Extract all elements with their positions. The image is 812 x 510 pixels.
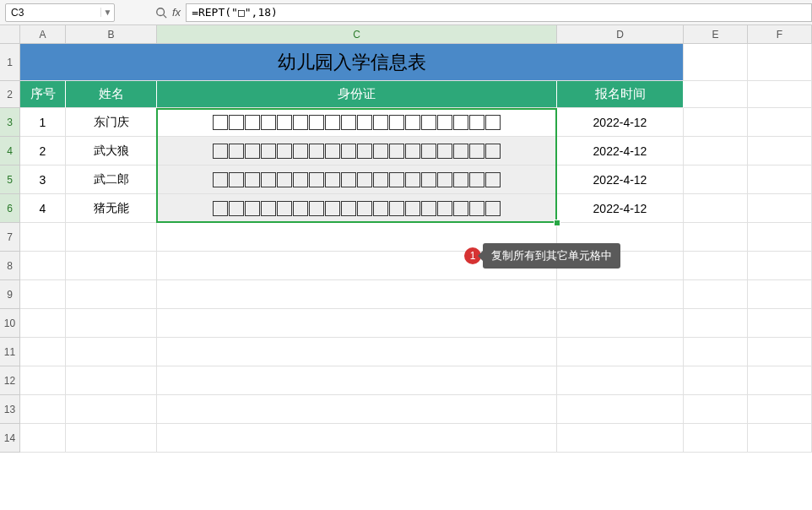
cell[interactable] [748, 81, 812, 108]
cell[interactable] [66, 338, 157, 366]
dropdown-arrow-icon[interactable]: ▼ [100, 8, 114, 17]
cell[interactable] [748, 338, 812, 366]
cell[interactable] [66, 366, 157, 395]
cell[interactable] [557, 424, 684, 453]
col-header-e[interactable]: E [684, 25, 748, 44]
cell[interactable] [66, 280, 157, 309]
cell[interactable] [20, 366, 66, 395]
cell[interactable] [157, 280, 557, 309]
cell[interactable] [157, 424, 557, 453]
cell[interactable] [20, 395, 66, 424]
cell[interactable] [20, 338, 66, 366]
cell-seq[interactable]: 2 [20, 137, 66, 165]
col-header-f[interactable]: F [748, 25, 812, 44]
cell[interactable] [748, 165, 812, 194]
cell-name[interactable]: 武二郎 [66, 165, 157, 194]
cell[interactable] [684, 366, 748, 395]
cell-name[interactable]: 东门庆 [66, 108, 157, 137]
cell[interactable] [684, 338, 748, 366]
col-header-b[interactable]: B [66, 25, 157, 44]
cell-seq[interactable]: 1 [20, 108, 66, 137]
cell[interactable] [748, 252, 812, 280]
cell[interactable] [748, 194, 812, 223]
cell[interactable] [684, 424, 748, 453]
cell[interactable] [20, 223, 66, 252]
cell[interactable] [66, 252, 157, 280]
col-header-c[interactable]: C [157, 25, 557, 44]
cell[interactable] [20, 252, 66, 280]
row-header[interactable]: 11 [0, 338, 20, 366]
cell[interactable] [66, 309, 157, 338]
cell-seq[interactable]: 3 [20, 165, 66, 194]
row-header[interactable]: 4 [0, 137, 20, 165]
row-header[interactable]: 9 [0, 280, 20, 309]
cell-name[interactable]: 武大狼 [66, 137, 157, 165]
cell[interactable] [157, 395, 557, 424]
cell[interactable] [20, 280, 66, 309]
cell[interactable] [684, 223, 748, 252]
cell[interactable] [66, 223, 157, 252]
row-header[interactable]: 1 [0, 44, 20, 81]
cell[interactable] [748, 309, 812, 338]
cell[interactable] [748, 366, 812, 395]
cell-id[interactable] [157, 194, 557, 223]
cell[interactable] [66, 424, 157, 453]
cell[interactable] [557, 395, 684, 424]
fill-handle[interactable] [554, 220, 560, 226]
select-all-corner[interactable] [0, 25, 20, 44]
cell[interactable] [157, 338, 557, 366]
cell[interactable] [684, 137, 748, 165]
cell-id[interactable] [157, 108, 557, 137]
search-icon[interactable] [154, 5, 169, 20]
cell[interactable] [684, 165, 748, 194]
row-header[interactable]: 10 [0, 309, 20, 338]
cell[interactable] [748, 44, 812, 81]
cell-date[interactable]: 2022-4-12 [557, 194, 684, 223]
cell[interactable] [684, 81, 748, 108]
cell-name[interactable]: 猪无能 [66, 194, 157, 223]
row-header[interactable]: 8 [0, 252, 20, 280]
fx-icon[interactable]: fx [172, 6, 181, 19]
cell[interactable] [157, 309, 557, 338]
cell[interactable] [748, 395, 812, 424]
header-name[interactable]: 姓名 [66, 81, 157, 108]
cell[interactable] [684, 108, 748, 137]
col-header-a[interactable]: A [20, 25, 66, 44]
cell[interactable] [684, 194, 748, 223]
row-header[interactable]: 14 [0, 424, 20, 453]
cell[interactable] [557, 280, 684, 309]
row-header[interactable]: 7 [0, 223, 20, 252]
cell-date[interactable]: 2022-4-12 [557, 165, 684, 194]
cell[interactable] [748, 280, 812, 309]
cell[interactable] [748, 108, 812, 137]
col-header-d[interactable]: D [557, 25, 684, 44]
cell[interactable] [684, 309, 748, 338]
header-id[interactable]: 身份证 [157, 81, 557, 108]
cell-seq[interactable]: 4 [20, 194, 66, 223]
cell[interactable] [157, 366, 557, 395]
row-header[interactable]: 6 [0, 194, 20, 223]
cell[interactable] [748, 424, 812, 453]
name-box[interactable]: C3 ▼ [5, 3, 115, 22]
cell[interactable] [684, 252, 748, 280]
cell[interactable] [557, 309, 684, 338]
cell[interactable] [66, 395, 157, 424]
cell[interactable] [748, 137, 812, 165]
cell[interactable] [684, 395, 748, 424]
cell-date[interactable]: 2022-4-12 [557, 108, 684, 137]
cell[interactable] [557, 338, 684, 366]
cell[interactable] [557, 366, 684, 395]
cell-id[interactable] [157, 165, 557, 194]
title-cell[interactable]: 幼儿园入学信息表 [20, 44, 684, 81]
row-header[interactable]: 12 [0, 366, 20, 395]
row-header[interactable]: 5 [0, 165, 20, 194]
cell[interactable] [684, 280, 748, 309]
cell[interactable] [748, 223, 812, 252]
row-header[interactable]: 13 [0, 395, 20, 424]
formula-input[interactable]: =REPT("□",18) [186, 3, 812, 22]
row-header[interactable]: 3 [0, 108, 20, 137]
row-header[interactable]: 2 [0, 81, 20, 108]
header-seq[interactable]: 序号 [20, 81, 66, 108]
cell-date[interactable]: 2022-4-12 [557, 137, 684, 165]
cell-id[interactable] [157, 137, 557, 165]
